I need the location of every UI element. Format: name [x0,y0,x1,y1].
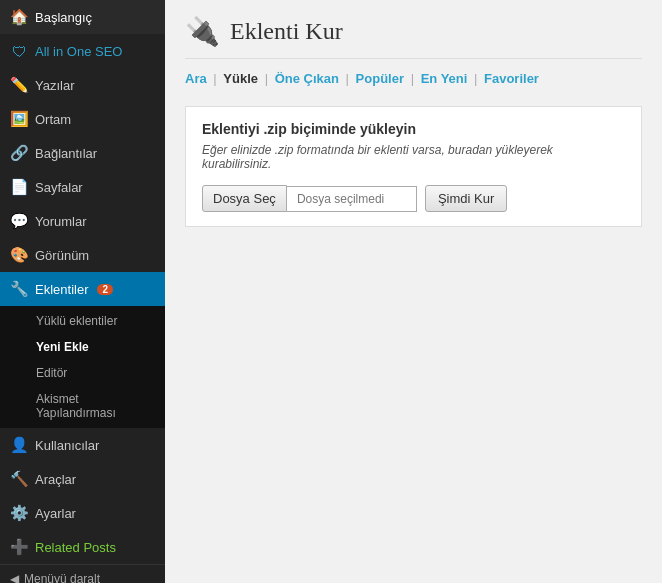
links-icon: 🔗 [10,144,28,162]
page-title: Eklenti Kur [230,18,343,45]
main-content: 🔌 Eklenti Kur Ara | Yükle | Öne Çıkan | … [165,0,662,583]
submenu-akismet[interactable]: Akismet Yapılandırması [0,386,165,426]
sidebar-item-yazilar[interactable]: ✏️ Yazılar [0,68,165,102]
collapse-menu-button[interactable]: ◀ Menüyü daralt [0,565,165,583]
submenu-yeni-ekle[interactable]: Yeni Ekle [0,334,165,360]
subnav-favoriler[interactable]: Favoriler [484,71,539,86]
appearance-icon: 🎨 [10,246,28,264]
file-name-display: Dosya seçilmedi [287,186,417,212]
related-posts-icon: ➕ [10,538,28,556]
shield-icon: 🛡 [10,42,28,60]
plugins-icon: 🔧 [10,280,28,298]
sidebar-item-ayarlar[interactable]: ⚙️ Ayarlar [0,496,165,530]
posts-icon: ✏️ [10,76,28,94]
collapse-icon: ◀ [10,572,19,583]
sidebar-bottom: ◀ Menüyü daralt [0,564,165,583]
pages-icon: 📄 [10,178,28,196]
upload-section-title: Eklentiyi .zip biçiminde yükleyin [202,121,625,137]
sidebar-item-eklentiler[interactable]: 🔧 Eklentiler 2 [0,272,165,306]
subnav-one-cikan[interactable]: Öne Çıkan [275,71,339,86]
choose-file-button[interactable]: Dosya Seç [202,185,287,212]
upload-section-desc: Eğer elinizde .zip formatında bir eklent… [202,143,625,171]
submenu-yuklu-eklentiler[interactable]: Yüklü eklentiler [0,308,165,334]
sidebar-item-baslangic[interactable]: 🏠 Başlangıç [0,0,165,34]
sidebar-item-baglantılar[interactable]: 🔗 Bağlantılar [0,136,165,170]
comments-icon: 💬 [10,212,28,230]
plugins-submenu: Yüklü eklentiler Yeni Ekle Editör Akisme… [0,306,165,428]
sidebar-item-gorunum[interactable]: 🎨 Görünüm [0,238,165,272]
page-title-area: 🔌 Eklenti Kur [185,15,642,59]
sidebar-item-sayfalar[interactable]: 📄 Sayfalar [0,170,165,204]
subnav-yukle-active: Yükle [223,71,258,86]
file-upload-row: Dosya Seç Dosya seçilmedi Şimdi Kur [202,185,625,212]
media-icon: 🖼️ [10,110,28,128]
sidebar-item-araclar[interactable]: 🔨 Araçlar [0,462,165,496]
sidebar-item-all-in-one-seo[interactable]: 🛡 All in One SEO [0,34,165,68]
users-icon: 👤 [10,436,28,454]
home-icon: 🏠 [10,8,28,26]
sub-nav: Ara | Yükle | Öne Çıkan | Popüler | En Y… [185,71,642,86]
subnav-en-yeni[interactable]: En Yeni [421,71,468,86]
submenu-editor[interactable]: Editör [0,360,165,386]
subnav-populer[interactable]: Popüler [356,71,404,86]
plugins-badge: 2 [97,284,113,295]
settings-icon: ⚙️ [10,504,28,522]
subnav-ara[interactable]: Ara [185,71,207,86]
tools-icon: 🔨 [10,470,28,488]
sidebar-item-related-posts[interactable]: ➕ Related Posts [0,530,165,564]
install-now-button[interactable]: Şimdi Kur [425,185,507,212]
sidebar-item-ortam[interactable]: 🖼️ Ortam [0,102,165,136]
sidebar: 🏠 Başlangıç 🛡 All in One SEO ✏️ Yazılar … [0,0,165,583]
upload-section: Eklentiyi .zip biçiminde yükleyin Eğer e… [185,106,642,227]
page-title-icon: 🔌 [185,15,220,48]
sidebar-item-yorumlar[interactable]: 💬 Yorumlar [0,204,165,238]
sidebar-item-kullanicilar[interactable]: 👤 Kullanıcılar [0,428,165,462]
